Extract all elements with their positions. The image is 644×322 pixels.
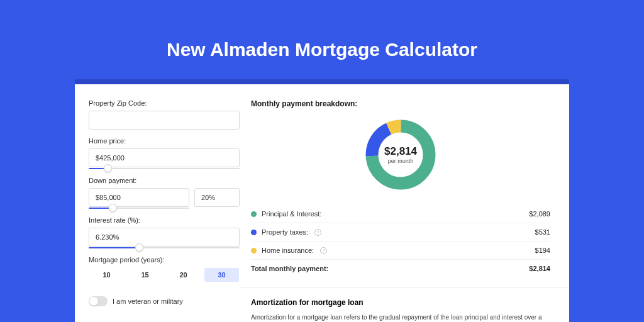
zip-input[interactable] — [89, 111, 240, 130]
info-icon[interactable]: ? — [320, 247, 327, 254]
swatch-principal — [251, 211, 257, 217]
legend-label-taxes: Property taxes: — [262, 228, 308, 236]
legend-label-total: Total monthly payment: — [251, 265, 328, 272]
form-column: Property Zip Code: Home price: Down paym… — [89, 99, 240, 322]
period-btn-30[interactable]: 30 — [204, 267, 240, 282]
home-price-slider[interactable] — [89, 168, 240, 169]
legend-value-taxes: $531 — [535, 228, 550, 236]
home-price-label: Home price: — [89, 137, 240, 145]
slider-thumb[interactable] — [109, 204, 117, 212]
slider-thumb[interactable] — [135, 243, 143, 252]
interest-label: Interest rate (%): — [89, 216, 240, 224]
page-title: New Almaden Mortgage Calculator — [167, 39, 477, 60]
donut-center: $2,814 per month — [363, 117, 438, 192]
period-btn-20[interactable]: 20 — [165, 267, 201, 282]
down-payment-slider[interactable] — [89, 208, 189, 209]
period-group: Mortgage period (years): 10 15 20 30 — [89, 256, 240, 282]
swatch-taxes — [251, 230, 257, 235]
breakdown-title: Monthly payment breakdown: — [251, 99, 550, 108]
veteran-toggle-row: I am veteran or military — [89, 296, 240, 306]
home-price-group: Home price: — [89, 137, 240, 169]
slider-fill — [89, 168, 104, 169]
slider-fill — [89, 208, 109, 209]
legend-row-taxes: Property taxes: ? $531 — [251, 223, 550, 242]
donut-sub: per month — [388, 158, 414, 164]
swatch-insurance — [251, 248, 257, 253]
legend-row-insurance: Home insurance: ? $194 — [251, 242, 550, 260]
home-price-input[interactable] — [89, 148, 240, 167]
breakdown-column: Monthly payment breakdown: $2,814 per mo… — [251, 99, 550, 322]
donut-amount: $2,814 — [384, 145, 417, 158]
legend-label-principal: Principal & Interest: — [262, 210, 321, 218]
legend-value-principal: $2,089 — [529, 210, 550, 218]
veteran-toggle[interactable] — [89, 296, 108, 306]
period-btn-15[interactable]: 15 — [127, 267, 163, 282]
legend-row-principal: Principal & Interest: $2,089 — [251, 205, 550, 223]
legend-label-insurance: Home insurance: — [262, 247, 314, 254]
legend-value-total: $2,814 — [529, 265, 550, 272]
zip-group: Property Zip Code: — [89, 99, 240, 130]
down-payment-group: Down payment: — [89, 177, 240, 209]
section-divider — [240, 287, 569, 288]
amortization-title: Amortization for mortgage loan — [251, 298, 550, 307]
donut-wrap: $2,814 per month — [251, 117, 550, 192]
toggle-knob — [89, 297, 98, 306]
interest-group: Interest rate (%): — [89, 216, 240, 248]
down-payment-label: Down payment: — [89, 177, 240, 184]
period-row: 10 15 20 30 — [89, 267, 240, 282]
interest-slider[interactable] — [89, 247, 240, 248]
amortization-text: Amortization for a mortgage loan refers … — [251, 313, 550, 322]
interest-input[interactable] — [89, 228, 240, 247]
down-payment-pct-input[interactable] — [194, 188, 240, 207]
zip-label: Property Zip Code: — [89, 99, 240, 107]
period-btn-10[interactable]: 10 — [89, 267, 125, 282]
legend-row-total: Total monthly payment: $2,814 — [251, 260, 550, 277]
donut-chart: $2,814 per month — [363, 117, 438, 192]
info-icon[interactable]: ? — [314, 229, 321, 236]
slider-thumb[interactable] — [104, 164, 112, 172]
period-label: Mortgage period (years): — [89, 256, 240, 264]
down-payment-input[interactable] — [89, 188, 189, 207]
card-shadow: Property Zip Code: Home price: Down paym… — [75, 79, 569, 322]
calculator-card: Property Zip Code: Home price: Down paym… — [75, 84, 569, 322]
legend-value-insurance: $194 — [535, 247, 550, 254]
veteran-label: I am veteran or military — [113, 297, 183, 305]
slider-fill — [89, 247, 135, 248]
